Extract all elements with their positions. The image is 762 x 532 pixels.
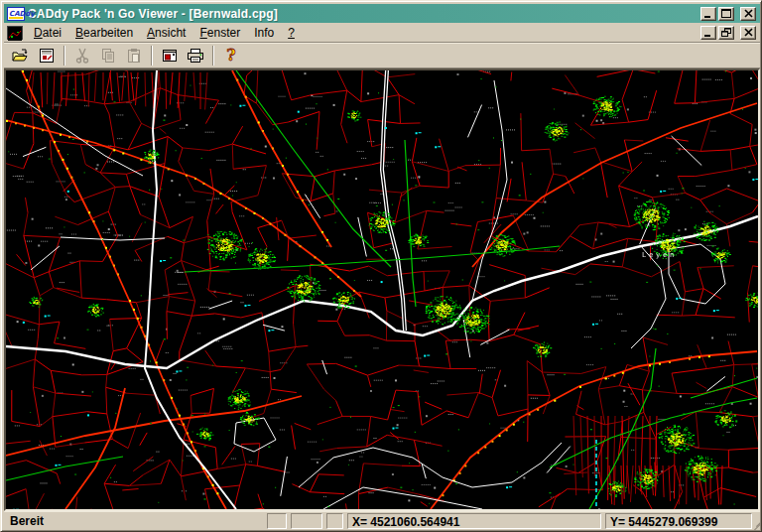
svg-text:?: ? (226, 47, 235, 64)
mdi-restore-icon (721, 28, 731, 38)
maximize-icon (721, 9, 731, 18)
menu-item-?[interactable]: ? (281, 24, 302, 42)
menu-item-fenster[interactable]: Fenster (192, 24, 247, 42)
menu-item-datei[interactable]: Datei (27, 24, 68, 42)
menu-item-ansicht[interactable]: Ansicht (140, 24, 192, 42)
open-folder-icon (12, 48, 30, 64)
mdi-restore-button[interactable] (718, 26, 734, 40)
map-canvas[interactable] (6, 70, 758, 509)
overview-window-button[interactable] (158, 45, 182, 66)
close-icon (744, 9, 753, 18)
status-pane-empty-2 (291, 513, 322, 529)
menu-bar: DateiBearbeitenAnsichtFensterInfo? (4, 23, 760, 43)
toolbar-separator (151, 46, 153, 66)
paste-icon (126, 48, 142, 64)
copy-button (96, 45, 120, 66)
print-button[interactable] (184, 45, 207, 66)
help-icon: ? (224, 47, 238, 64)
mdi-minimize-icon (703, 28, 713, 37)
export-view-button[interactable] (35, 45, 59, 66)
printer-icon (187, 48, 204, 64)
status-ready-text: Bereit (10, 514, 44, 528)
status-pane-empty-1 (267, 513, 287, 529)
copy-icon (100, 48, 116, 64)
menu-item-bearbeiten[interactable]: Bearbeiten (68, 24, 140, 42)
toolbar-separator (64, 46, 65, 66)
resize-grip[interactable] (747, 517, 760, 530)
status-coordinate-y: Y= 5445279.069399 (605, 513, 752, 529)
minimize-button[interactable] (700, 7, 716, 21)
minimize-icon (703, 9, 713, 18)
cut-button (70, 45, 94, 66)
menu-item-info[interactable]: Info (247, 24, 281, 42)
cut-scissors-icon (74, 48, 90, 64)
toolbar-separator (212, 46, 214, 66)
mdi-minimize-button[interactable] (700, 26, 716, 40)
status-pane-empty-3 (326, 513, 343, 529)
overview-window-icon (162, 48, 178, 64)
document-icon[interactable] (7, 26, 23, 40)
toolbar: ? (4, 43, 760, 68)
close-button[interactable] (740, 7, 756, 21)
app-window: CADdy CADdy Pack 'n Go Viewer - [Bernwal… (0, 0, 762, 532)
window-title: CADdy Pack 'n Go Viewer - [Bernwald.cpg] (28, 7, 700, 21)
app-logo-icon: CADdy (7, 7, 25, 21)
mdi-close-icon (744, 28, 753, 37)
maximize-button[interactable] (718, 7, 734, 21)
mdi-close-button[interactable] (740, 26, 756, 40)
map-viewport (4, 68, 760, 511)
status-bar: Bereit X= 4521060.564941 Y= 5445279.0693… (4, 511, 760, 530)
open-button[interactable] (9, 45, 33, 66)
help-button[interactable]: ? (219, 45, 243, 66)
status-coordinate-x: X= 4521060.564941 (347, 513, 601, 529)
title-bar: CADdy CADdy Pack 'n Go Viewer - [Bernwal… (4, 4, 760, 23)
export-view-icon (39, 48, 55, 64)
paste-button (122, 45, 146, 66)
